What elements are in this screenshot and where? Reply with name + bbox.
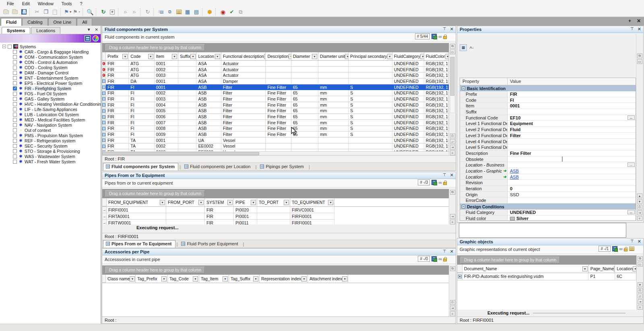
property-value[interactable] — [508, 197, 636, 203]
property-row[interactable]: PrefixFIR — [460, 91, 636, 97]
property-value[interactable]: Equipment — [508, 121, 636, 126]
tree-item-checkbox[interactable] — [13, 55, 17, 59]
categorized-view-icon[interactable]: ▦ — [460, 44, 467, 51]
export-xls-1-icon[interactable]: x̲ʟ — [121, 8, 130, 16]
print-icon[interactable]: ⎙ — [450, 134, 455, 138]
report-secondary-dropdown-icon[interactable]: ⚑▼ — [72, 8, 81, 16]
table-row[interactable]: FIRTA0002EE0002VesselUNDEFINEDRGB(192, 1… — [102, 144, 449, 150]
tree-item-checkbox[interactable] — [13, 60, 17, 64]
property-group-basic-identification[interactable]: −Basic Identification — [460, 85, 636, 91]
column-header-principal-secondary[interactable]: Principal secondary▼ — [349, 52, 392, 60]
property-row[interactable]: Level 5 Functional Descri... — [460, 144, 636, 150]
tree-item-ref[interactable]: ✱REF - Refrigeration system — [2, 138, 101, 143]
tree-item-checkbox[interactable] — [13, 71, 17, 75]
check-node-icon[interactable]: ✔ — [227, 8, 236, 16]
column-header-system[interactable]: SYSTEM▼ — [205, 198, 234, 206]
group-by-hint[interactable]: Drag a column header here to group by th… — [105, 190, 205, 197]
column-header-pipe[interactable]: PIPE▼ — [234, 198, 257, 206]
tree-item-lub[interactable]: ✱LUB - Lubrication Oil System — [2, 112, 101, 117]
layout-icon[interactable]: ≡ — [638, 305, 643, 310]
tree-item-checkbox[interactable] — [13, 154, 17, 158]
tree-item-checkbox[interactable] — [13, 107, 17, 111]
tree-item-was[interactable]: ✱WAS - Wastewater System — [2, 154, 101, 159]
fluid-tab-fluid-components-per-location[interactable]: Fluid components per Location — [182, 163, 254, 171]
table-row[interactable]: FIRATG0001ASAActuatorUNDEFINEDRGB(192, 1… — [102, 61, 449, 67]
tree-item-checkbox[interactable] — [13, 118, 17, 122]
tree-item-wat[interactable]: ✱WAT - Fresh Water System — [2, 159, 101, 164]
lock-drop-icon[interactable]: ⬢ — [205, 8, 214, 16]
print-icon[interactable]: ⎙ — [637, 205, 642, 210]
column-header-tag-item[interactable]: Tag_Item▼ — [199, 275, 229, 283]
tree-item-hvc[interactable]: ✱HVC - Heating Ventilation Air Condition… — [2, 101, 101, 107]
property-row[interactable]: Suffix — [460, 109, 636, 115]
property-value[interactable]: FIR — [508, 91, 636, 97]
lock-icon[interactable] — [443, 182, 447, 185]
filter-dropdown-icon[interactable]: ▼ — [122, 54, 128, 59]
print-icon[interactable]: ⎙ — [450, 300, 455, 305]
property-value[interactable]: 0 — [508, 186, 636, 191]
property-value[interactable]: SSD — [508, 192, 636, 197]
add-view-tab-button[interactable]: + — [628, 18, 631, 24]
close-icon[interactable]: ✕ — [450, 173, 454, 178]
table-row[interactable]: FIRFI0005ASBFilterFine Filter65mmSUNDEFI… — [102, 108, 449, 114]
table-row[interactable]: FIRFI0002ASBFilterFine Filter65mmSUNDEFI… — [102, 90, 449, 96]
close-icon[interactable]: ✕ — [450, 249, 454, 254]
tree-item-checkbox[interactable] — [13, 144, 17, 148]
export-icon[interactable]: ⇥ — [638, 299, 643, 304]
property-value[interactable] — [508, 109, 636, 115]
tree-item-checkbox[interactable] — [13, 81, 17, 85]
property-row[interactable]: Level 1 Functional Descri...Equipment — [460, 121, 636, 127]
property-value[interactable]: 0001 — [508, 103, 636, 109]
sort-az-icon[interactable]: A↓ — [468, 44, 475, 51]
tree-item-checkbox[interactable] — [13, 102, 17, 106]
property-row[interactable]: Level 2 Functional Descri...Fluid — [460, 127, 636, 133]
table-row[interactable]: FIRFI0004ASBFilterFine Filter65mmSUNDEFI… — [102, 102, 449, 108]
lock-icon[interactable] — [443, 259, 447, 261]
tree-item-dam[interactable]: ✱DAM - Damage Control — [2, 70, 101, 75]
tree-item-sto[interactable]: ✱STO - Storage & Provisioning — [2, 148, 101, 154]
horizontal-scrollbar[interactable] — [102, 151, 449, 155]
pin-icon[interactable]: ⊤ — [630, 27, 634, 32]
maximize-grid-icon[interactable]: ⧉ — [637, 53, 642, 58]
pin-icon[interactable]: ⊤ — [443, 27, 446, 32]
export-xls-2-icon[interactable]: x̲ʟ — [130, 8, 139, 16]
location-link[interactable]: ASB — [510, 175, 519, 179]
tree-expand-icon[interactable]: − — [2, 45, 6, 48]
property-value[interactable]: ASB — [508, 174, 636, 180]
copy-icon[interactable]: ❐ — [41, 8, 50, 16]
save-icon[interactable] — [19, 8, 28, 16]
property-value[interactable]: UNDEFINED... — [508, 210, 636, 215]
filter-dropdown-icon[interactable]: ▼ — [193, 276, 198, 282]
column-header-from-port[interactable]: FROM_PORT▼ — [166, 198, 205, 206]
export-excel-icon[interactable] — [612, 246, 617, 251]
tree-item-checkbox[interactable] — [13, 139, 17, 143]
link-icon[interactable]: ∞ — [619, 246, 622, 252]
export-icon[interactable]: ⇥ — [450, 214, 455, 219]
table-row[interactable]: FIRATG0002ASAActuatorUNDEFINEDRGB(192, 1… — [102, 67, 449, 73]
navigate-arrow-icon[interactable]: ➜ — [503, 175, 506, 179]
column-header-suffix[interactable]: Suffix▼ — [178, 52, 197, 60]
preview-icon[interactable]: ▱ — [450, 139, 455, 144]
filter-dropdown-icon[interactable]: ▼ — [289, 54, 291, 59]
tree-item-fir[interactable]: ✱FIR - Firefighting System — [2, 86, 101, 91]
obsolete-checkbox[interactable] — [562, 156, 563, 162]
tree-item-checkbox[interactable] — [13, 149, 17, 153]
property-row[interactable]: Fluid colorSilver — [460, 216, 636, 221]
restore-grid-icon[interactable]: ▭ — [450, 49, 455, 54]
navigate-arrow-icon[interactable]: ➜ — [503, 169, 506, 173]
tree-item-checkbox[interactable] — [13, 50, 17, 54]
column-header-tag-prefix[interactable]: Tag_Prefix▼ — [136, 275, 168, 283]
layout-icon[interactable]: ≡ — [450, 150, 455, 155]
open-folder-icon[interactable] — [10, 8, 19, 16]
group-by-hint[interactable]: Drag a column header here to group by th… — [460, 257, 560, 263]
group-collapse-icon[interactable]: − — [462, 86, 465, 90]
property-row[interactable]: Iteration0 — [460, 186, 636, 192]
maximize-grid-icon[interactable]: ⧉ — [638, 256, 643, 261]
table-row[interactable]: FIRFI0003ASBFilterFine Filter65mmSUNDEFI… — [102, 96, 449, 102]
property-value[interactable] — [508, 144, 636, 150]
export-icon[interactable]: ⇥ — [450, 306, 455, 310]
ellipsis-button[interactable]: ... — [627, 162, 635, 167]
group-by-hint[interactable]: Drag a column header here to group by th… — [105, 44, 205, 51]
table-row[interactable]: FIRDA0001ASADamperUNDEFINEDRGB(192, 19 — [102, 78, 449, 84]
link-icon[interactable]: ∞ — [438, 180, 442, 185]
